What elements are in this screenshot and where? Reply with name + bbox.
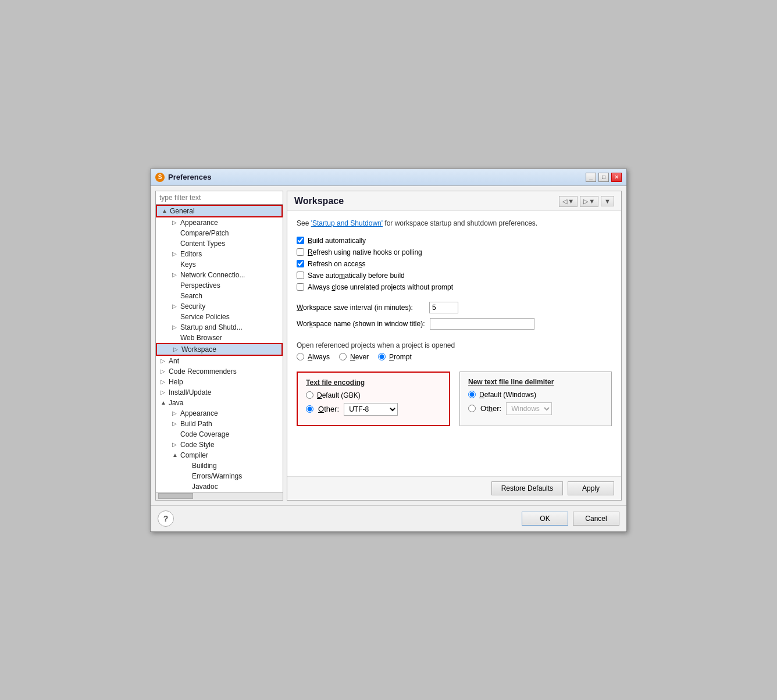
project-open-label: Open referenced projects when a project … <box>297 341 612 349</box>
filter-input[interactable] <box>156 191 283 205</box>
left-panel: ▲ General ▷ Appearance Compare/Patch Co <box>155 191 283 501</box>
tree-item-startup[interactable]: ▷ Startup and Shutd... <box>156 322 283 333</box>
tree-item-code-coverage[interactable]: Code Coverage <box>156 429 283 440</box>
tree-item-java-appearance[interactable]: ▷ Appearance <box>156 408 283 419</box>
menu-dropdown[interactable]: ▼ <box>601 196 614 206</box>
back-button[interactable]: ◁ ▼ <box>559 196 578 207</box>
maximize-button[interactable]: □ <box>598 173 609 182</box>
tree-arrow-compiler: ▲ <box>172 452 180 458</box>
encoding-select[interactable]: UTF-8 UTF-16 ISO-8859-1 US-ASCII GBK <box>344 403 398 416</box>
tree-item-java[interactable]: ▲ Java <box>156 398 283 408</box>
apply-button[interactable]: Apply <box>568 481 614 495</box>
tree-label-errors: Errors/Warnings <box>192 472 242 480</box>
nav-buttons: ◁ ▼ ▷ ▼ ▼ <box>559 196 614 207</box>
tree-label-javadoc: Javadoc <box>192 483 218 491</box>
tree-item-perspectives[interactable]: Perspectives <box>156 280 283 291</box>
radio-always-label: Always <box>308 353 330 361</box>
refresh-access-label: Refresh on access <box>308 260 365 268</box>
tree-item-errors[interactable]: Errors/Warnings <box>156 471 283 481</box>
tree-item-service[interactable]: Service Policies <box>156 312 283 322</box>
tree-item-general[interactable]: ▲ General <box>156 205 283 217</box>
tree-item-web[interactable]: Web Browser <box>156 333 283 343</box>
tree-label-java-appearance: Appearance <box>180 409 218 417</box>
save-interval-label: Workspace save interval (in minutes): <box>297 303 425 312</box>
delimiter-other-radio[interactable] <box>468 405 476 412</box>
tree-item-network[interactable]: ▷ Network Connectio... <box>156 270 283 280</box>
radio-always-row: Always <box>297 353 330 361</box>
tree-arrow-ant: ▷ <box>161 358 169 364</box>
tree-item-code-style[interactable]: ▷ Code Style <box>156 440 283 450</box>
tree-item-javadoc[interactable]: Javadoc <box>156 481 283 492</box>
close-unrelated-checkbox[interactable] <box>297 283 304 291</box>
tree-arrow-code-recommenders: ▷ <box>161 368 169 374</box>
radio-never-label: Never <box>350 353 369 361</box>
startup-shutdown-link[interactable]: 'Startup and Shutdown' <box>311 219 383 227</box>
tree-arrow-java: ▲ <box>161 399 169 406</box>
forward-icon: ▷ <box>583 198 588 205</box>
encoding-default-row: Default (GBK) <box>306 391 441 399</box>
tree-item-content[interactable]: Content Types <box>156 238 283 249</box>
tree-item-compiler[interactable]: ▲ Compiler <box>156 450 283 460</box>
dropdown-icon-forward: ▼ <box>589 198 595 205</box>
save-interval-input[interactable] <box>429 302 458 313</box>
restore-defaults-button[interactable]: Restore Defaults <box>491 481 563 495</box>
help-button[interactable]: ? <box>158 510 174 527</box>
ok-button[interactable]: OK <box>522 512 568 526</box>
tree-arrow-security: ▷ <box>172 303 180 309</box>
delimiter-default-row: Default (Windows) <box>468 391 603 399</box>
close-button[interactable]: ✕ <box>611 173 622 182</box>
delimiter-select[interactable]: Windows Unix Mac <box>506 402 552 415</box>
tree-arrow-install: ▷ <box>161 389 169 395</box>
horizontal-scrollbar[interactable] <box>156 492 283 500</box>
tree-item-workspace[interactable]: ▷ Workspace <box>156 343 283 356</box>
back-icon: ◁ <box>562 198 567 205</box>
tree-item-compare[interactable]: Compare/Patch <box>156 228 283 238</box>
radio-never[interactable] <box>339 353 347 360</box>
encoding-default-radio[interactable] <box>306 391 313 399</box>
workspace-name-input[interactable] <box>430 318 534 330</box>
checkbox-refresh-access: Refresh on access <box>297 260 612 268</box>
tree-label-help: Help <box>169 378 183 386</box>
tree-item-building[interactable]: Building <box>156 460 283 471</box>
tree-label-ant: Ant <box>169 357 179 365</box>
tree-item-keys[interactable]: Keys <box>156 259 283 270</box>
tree-item-build-path[interactable]: ▷ Build Path <box>156 419 283 429</box>
radio-always[interactable] <box>297 353 304 360</box>
app-icon: S <box>155 173 165 182</box>
tree-container: ▲ General ▷ Appearance Compare/Patch Co <box>156 205 283 492</box>
tree-arrow-startup: ▷ <box>172 324 180 330</box>
refresh-access-checkbox[interactable] <box>297 260 304 267</box>
tree-arrow-code-style: ▷ <box>172 441 180 448</box>
minimize-button[interactable]: _ <box>586 173 596 182</box>
bottom-bar: ? OK Cancel <box>151 505 626 531</box>
tree-item-search[interactable]: Search <box>156 291 283 301</box>
tree-item-help[interactable]: ▷ Help <box>156 377 283 387</box>
title-bar: S Preferences _ □ ✕ <box>151 169 626 186</box>
tree-item-code-recommenders[interactable]: ▷ Code Recommenders <box>156 366 283 377</box>
save-interval-row: Workspace save interval (in minutes): <box>297 302 612 313</box>
delimiter-default-radio[interactable] <box>468 391 476 398</box>
encoding-other-radio[interactable] <box>306 405 313 413</box>
forward-button[interactable]: ▷ ▼ <box>580 196 598 207</box>
radio-prompt[interactable] <box>378 353 386 360</box>
radio-never-row: Never <box>339 353 369 361</box>
refresh-native-label: Refresh using native hooks or polling <box>308 248 422 256</box>
tree-item-security[interactable]: ▷ Security <box>156 301 283 312</box>
tree-item-appearance[interactable]: ▷ Appearance <box>156 217 283 228</box>
tree-item-install[interactable]: ▷ Install/Update <box>156 387 283 398</box>
tree-item-ant[interactable]: ▷ Ant <box>156 356 283 366</box>
refresh-native-checkbox[interactable] <box>297 248 304 256</box>
save-before-build-checkbox[interactable] <box>297 272 304 279</box>
window-body: ▲ General ▷ Appearance Compare/Patch Co <box>151 186 626 505</box>
tree-label-keys: Keys <box>180 260 196 269</box>
tree-label-perspectives: Perspectives <box>180 281 220 290</box>
tree-label-editors: Editors <box>180 250 202 258</box>
build-automatically-checkbox[interactable] <box>297 237 304 244</box>
window-title: Preferences <box>168 173 582 181</box>
ok-cancel-buttons: OK Cancel <box>522 512 619 526</box>
tree-label-security: Security <box>180 302 205 310</box>
tree-label-web: Web Browser <box>180 334 222 342</box>
tree-label-general: General <box>170 207 195 215</box>
cancel-button[interactable]: Cancel <box>573 512 619 526</box>
tree-item-editors[interactable]: ▷ Editors <box>156 249 283 259</box>
